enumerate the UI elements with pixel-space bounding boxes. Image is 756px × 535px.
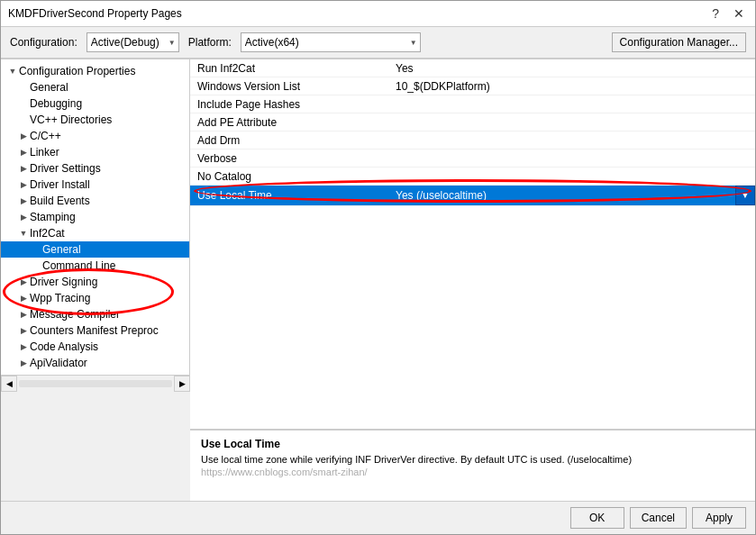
scroll-track [19,380,172,387]
sidebar-label-message-compiler: Message Compiler [30,308,120,321]
prop-row-run-inf2cat[interactable]: Run Inf2CatYes [190,59,755,77]
sidebar-item-driver-install[interactable]: ▶Driver Install [1,177,189,193]
sidebar-label-driver-install: Driver Install [30,178,90,191]
prop-value-run-inf2cat: Yes [388,60,755,77]
sidebar-item-driver-settings[interactable]: ▶Driver Settings [1,160,189,177]
window-title: KMDFDriverSecond Property Pages [8,7,182,20]
sidebar-label-inf2cat-cmdline: Command Line [42,259,115,272]
scroll-right-btn[interactable]: ▶ [174,376,190,392]
scroll-left-btn[interactable]: ◀ [1,376,17,392]
sidebar-item-config-props[interactable]: ▼Configuration Properties [1,63,189,79]
prop-row-verbose[interactable]: Verbose [190,150,755,168]
prop-row-add-drm[interactable]: Add Drm [190,131,755,150]
prop-row-include-hashes[interactable]: Include Page Hashes [190,95,755,113]
bottom-bar: OK Cancel Apply [1,501,755,534]
expand-arrow-build-events: ▶ [17,196,30,205]
description-url: https://www.cnblogs.com/smart-zihan/ [201,467,744,477]
prop-name-win-version: Windows Version List [190,78,388,95]
sidebar-scrollbar: ◀ ▶ [1,375,190,391]
sidebar-item-general[interactable]: General [1,79,189,95]
main-area: ▼Configuration PropertiesGeneralDebuggin… [1,59,755,501]
prop-row-add-pe[interactable]: Add PE Attribute [190,113,755,131]
sidebar-label-debugging: Debugging [30,97,82,110]
prop-value-no-catalog [388,175,755,178]
prop-name-run-inf2cat: Run Inf2Cat [190,60,388,77]
sidebar-label-inf2cat: Inf2Cat [30,227,65,240]
close-button[interactable]: ✕ [730,6,748,21]
expand-arrow-cpp: ▶ [17,131,30,141]
sidebar-label-counters: Counters Manifest Preproc [30,324,159,337]
prop-value-use-local-time: Yes (/uselocaltime) [388,187,735,204]
expand-arrow-counters: ▶ [17,326,30,335]
content-area: Run Inf2CatYesWindows Version List10_$(D… [190,59,755,501]
config-select[interactable]: Active(Debug) [87,32,179,52]
sidebar-item-inf2cat-cmdline[interactable]: Command Line [1,258,189,274]
apply-button[interactable]: Apply [692,507,746,529]
sidebar-item-debugging[interactable]: Debugging [1,95,189,112]
description-title: Use Local Time [201,438,744,450]
sidebar-label-driver-settings: Driver Settings [30,162,101,175]
help-button[interactable]: ? [708,6,723,21]
sidebar-label-wpp-tracing: Wpp Tracing [30,292,90,304]
sidebar-label-driver-signing: Driver Signing [30,276,97,288]
sidebar-item-vc-dirs[interactable]: VC++ Directories [1,112,189,128]
platform-label: Platform: [188,36,232,49]
sidebar-container: ▼Configuration PropertiesGeneralDebuggin… [1,59,190,501]
expand-arrow-wpp-tracing: ▶ [17,294,30,303]
property-pages-window: KMDFDriverSecond Property Pages ? ✕ Conf… [0,0,756,535]
sidebar-item-driver-signing[interactable]: ▶Driver Signing [1,274,189,290]
platform-select-wrapper: Active(x64) [241,32,421,52]
sidebar-item-code-analysis[interactable]: ▶Code Analysis [1,339,189,355]
sidebar-label-cpp: C/C++ [30,130,61,142]
expand-arrow-driver-settings: ▶ [17,164,30,173]
description-text: Use local time zone while verifying INF … [201,454,744,465]
platform-select[interactable]: Active(x64) [241,32,421,52]
prop-name-verbose: Verbose [190,150,388,167]
expand-arrow-stamping: ▶ [17,213,30,222]
sidebar-item-counters[interactable]: ▶Counters Manifest Preproc [1,322,189,339]
sidebar-label-build-events: Build Events [30,195,90,207]
sidebar-item-inf2cat[interactable]: ▼Inf2Cat [1,225,189,241]
sidebar-label-config-props: Configuration Properties [19,65,135,77]
sidebar-item-message-compiler[interactable]: ▶Message Compiler [1,306,189,322]
sidebar-label-stamping: Stamping [30,211,76,223]
prop-row-win-version[interactable]: Windows Version List10_$(DDKPlatform) [190,77,755,95]
expand-arrow-driver-install: ▶ [17,180,30,189]
sidebar-label-vc-dirs: VC++ Directories [30,113,112,126]
description-area: Use Local Time Use local time zone while… [190,429,755,501]
prop-name-use-local-time: Use Local Time [190,187,388,204]
prop-value-include-hashes [388,103,755,106]
expand-arrow-linker: ▶ [17,148,30,157]
prop-row-no-catalog[interactable]: No Catalog [190,168,755,186]
expand-arrow-inf2cat: ▼ [17,229,30,238]
sidebar-item-stamping[interactable]: ▶Stamping [1,209,189,225]
dropdown-indicator-use-local-time[interactable]: ▼ [735,186,755,205]
ok-button[interactable]: OK [570,507,624,529]
sidebar-item-cpp[interactable]: ▶C/C++ [1,128,189,144]
sidebar-label-code-analysis: Code Analysis [30,340,98,353]
prop-name-add-drm: Add Drm [190,132,388,149]
prop-name-add-pe: Add PE Attribute [190,114,388,131]
sidebar: ▼Configuration PropertiesGeneralDebuggin… [1,59,190,375]
expand-arrow-driver-signing: ▶ [17,277,30,286]
expand-arrow-message-compiler: ▶ [17,310,30,319]
title-controls: ? ✕ [708,6,748,21]
expand-arrow-code-analysis: ▶ [17,342,30,351]
sidebar-item-api-validator[interactable]: ▶ApiValidator [1,355,189,371]
config-manager-button[interactable]: Configuration Manager... [612,32,746,52]
sidebar-item-linker[interactable]: ▶Linker [1,144,189,160]
prop-value-add-pe [388,121,755,124]
title-bar: KMDFDriverSecond Property Pages ? ✕ [1,1,755,27]
sidebar-item-wpp-tracing[interactable]: ▶Wpp Tracing [1,290,189,306]
expand-arrow-api-validator: ▶ [17,358,30,367]
cancel-button[interactable]: Cancel [630,507,687,529]
sidebar-item-build-events[interactable]: ▶Build Events [1,193,189,209]
sidebar-label-api-validator: ApiValidator [30,357,87,369]
sidebar-item-inf2cat-general[interactable]: General [1,241,189,258]
properties-table: Run Inf2CatYesWindows Version List10_$(D… [190,59,755,429]
prop-value-verbose [388,157,755,160]
config-bar: Configuration: Active(Debug) Platform: A… [1,27,755,59]
config-select-wrapper: Active(Debug) [87,32,179,52]
expand-arrow-config-props: ▼ [6,67,19,76]
prop-row-use-local-time[interactable]: Use Local TimeYes (/uselocaltime)▼ [190,186,755,206]
